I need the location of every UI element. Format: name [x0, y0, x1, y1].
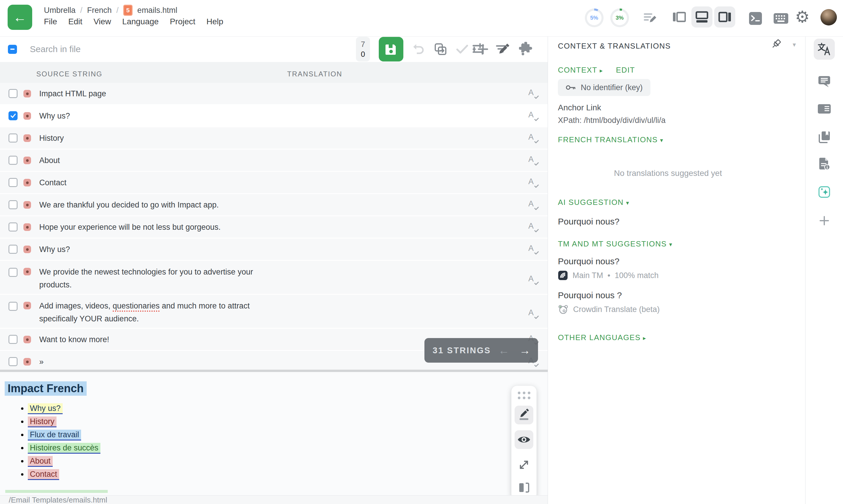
table-row[interactable]: Hope your experience will be not less bu…: [0, 216, 548, 238]
tm-suggestion-item[interactable]: Pourquoi nous ?Crowdin Translate (beta): [558, 290, 660, 314]
tab-file-info[interactable]: [814, 154, 835, 175]
translate-status-icon[interactable]: A: [528, 221, 538, 233]
row-checkbox[interactable]: [8, 89, 18, 98]
settings-gear-icon[interactable]: ⚙: [795, 6, 810, 28]
translated-progress-ring[interactable]: 5%: [585, 8, 604, 27]
breadcrumb-project[interactable]: Umbrella: [44, 6, 75, 15]
source-string-text[interactable]: We are thankful you decided to go with I…: [39, 198, 219, 211]
context-tab[interactable]: CONTEXT▸: [558, 66, 603, 75]
source-string-text[interactable]: Hope your experience will be not less bu…: [39, 221, 221, 234]
drag-handle-icon[interactable]: [518, 392, 531, 399]
panel-collapse-chevron-icon[interactable]: ▾: [793, 41, 796, 49]
previous-page-arrow-icon[interactable]: ←: [498, 344, 509, 357]
source-string-text[interactable]: »: [39, 355, 43, 368]
approve-check-icon[interactable]: [456, 44, 468, 54]
menu-edit[interactable]: Edit: [68, 17, 82, 26]
suggestion-text[interactable]: Pourquoi nous ?: [558, 290, 660, 300]
tm-suggestion-item[interactable]: Pourquoi nous?Main TM • 100% match: [558, 256, 660, 281]
source-string-text[interactable]: We provide the newest technologies for y…: [39, 266, 259, 291]
search-input[interactable]: [29, 44, 142, 54]
ai-suggestion-text[interactable]: Pourquoi nous?: [558, 217, 620, 227]
side-by-side-view-button[interactable]: [515, 478, 533, 495]
table-row[interactable]: We provide the newest technologies for y…: [0, 261, 548, 295]
tab-translations[interactable]: [814, 39, 835, 60]
layout-bottom-panel-button[interactable]: [692, 6, 713, 28]
source-string-text[interactable]: Why us?: [39, 243, 70, 256]
keyboard-icon[interactable]: [773, 13, 789, 25]
menu-view[interactable]: View: [93, 17, 111, 26]
ai-suggestion-section-header[interactable]: AI SUGGESTION▾: [558, 198, 629, 207]
select-all-checkbox[interactable]: [8, 45, 17, 54]
tab-comments[interactable]: [814, 71, 835, 92]
translate-status-icon[interactable]: A: [528, 274, 538, 285]
edit-tab[interactable]: EDIT: [616, 66, 635, 75]
table-row[interactable]: HistoryA: [0, 127, 548, 149]
translate-status-icon[interactable]: A: [528, 155, 538, 166]
layout-left-panel-button[interactable]: [668, 6, 689, 28]
pin-icon[interactable]: [770, 39, 782, 53]
console-icon[interactable]: [748, 11, 763, 27]
breadcrumb-language[interactable]: French: [87, 6, 112, 15]
french-translations-section-header[interactable]: FRENCH TRANSLATIONS▾: [558, 135, 664, 144]
layout-right-panel-button[interactable]: [714, 6, 735, 28]
menu-file[interactable]: File: [44, 17, 57, 26]
table-row[interactable]: Impact HTML pageA: [0, 83, 548, 105]
save-button[interactable]: [379, 37, 403, 61]
table-row[interactable]: We are thankful you decided to go with I…: [0, 194, 548, 216]
tasks-pencil-icon[interactable]: [643, 11, 658, 27]
source-string-text[interactable]: Want to know more!: [39, 333, 109, 346]
approved-progress-ring[interactable]: 3%: [610, 8, 629, 27]
translate-status-icon[interactable]: A: [528, 110, 538, 122]
source-string-text[interactable]: About: [39, 154, 60, 167]
tm-mt-section-header[interactable]: TM AND MT SUGGESTIONS▾: [558, 239, 672, 249]
undo-icon[interactable]: [412, 43, 425, 55]
preview-link[interactable]: Why us?: [28, 403, 62, 414]
highlight-mode-button[interactable]: [515, 406, 533, 425]
tab-terms[interactable]: [814, 98, 835, 120]
table-row[interactable]: ContactA: [0, 172, 548, 194]
row-checkbox[interactable]: [8, 200, 18, 209]
menu-project[interactable]: Project: [170, 17, 195, 26]
source-string-text[interactable]: Impact HTML page: [39, 87, 106, 100]
row-checkbox[interactable]: [8, 245, 18, 254]
translate-status-icon[interactable]: A: [528, 308, 538, 319]
back-button[interactable]: ←: [7, 5, 32, 30]
split-resize-handle[interactable]: [0, 370, 548, 372]
preview-page-title[interactable]: Impact French: [5, 381, 87, 396]
breadcrumb-file[interactable]: emails.html: [137, 6, 177, 15]
preview-link[interactable]: About: [28, 456, 53, 467]
row-checkbox[interactable]: [8, 222, 18, 232]
tab-translation-memory[interactable]: [814, 127, 835, 148]
table-row[interactable]: Why us?A: [0, 238, 548, 261]
row-checkbox[interactable]: [8, 268, 18, 277]
tab-ai-assistant[interactable]: [814, 181, 835, 202]
menu-language[interactable]: Language: [122, 17, 159, 26]
preview-link[interactable]: Flux de travail: [28, 430, 81, 440]
translate-status-icon[interactable]: A: [528, 244, 538, 255]
copy-source-icon[interactable]: [434, 42, 447, 56]
table-row[interactable]: Add images, videos, questionaries and mu…: [0, 295, 548, 329]
preview-link[interactable]: Contact: [28, 469, 59, 480]
table-row[interactable]: Why us?A: [0, 105, 548, 127]
row-checkbox[interactable]: [8, 302, 18, 311]
source-string-text[interactable]: Contact: [39, 176, 67, 189]
source-string-text[interactable]: Why us?: [39, 109, 70, 122]
source-string-text[interactable]: History: [39, 132, 64, 145]
translate-status-icon[interactable]: A: [528, 199, 538, 211]
next-page-arrow-icon[interactable]: →: [519, 344, 531, 357]
preview-link[interactable]: Histoires de succès: [28, 443, 101, 454]
translate-status-icon[interactable]: A: [528, 88, 538, 99]
edit-pencil-icon[interactable]: [498, 43, 510, 55]
string-key-chip[interactable]: No identifier (key): [558, 79, 650, 96]
row-checkbox[interactable]: [8, 156, 18, 165]
suggestion-text[interactable]: Pourquoi nous?: [558, 256, 660, 266]
user-avatar[interactable]: [821, 9, 837, 25]
translate-status-icon[interactable]: A: [528, 177, 538, 188]
preview-link[interactable]: History: [28, 416, 56, 427]
row-checkbox[interactable]: [8, 178, 18, 187]
other-languages-section-header[interactable]: OTHER LANGUAGES▸: [558, 333, 646, 342]
menu-help[interactable]: Help: [207, 17, 223, 26]
table-row[interactable]: AboutA: [0, 149, 548, 172]
more-options-icon[interactable]: [519, 42, 527, 56]
preview-visibility-button[interactable]: [515, 430, 533, 449]
